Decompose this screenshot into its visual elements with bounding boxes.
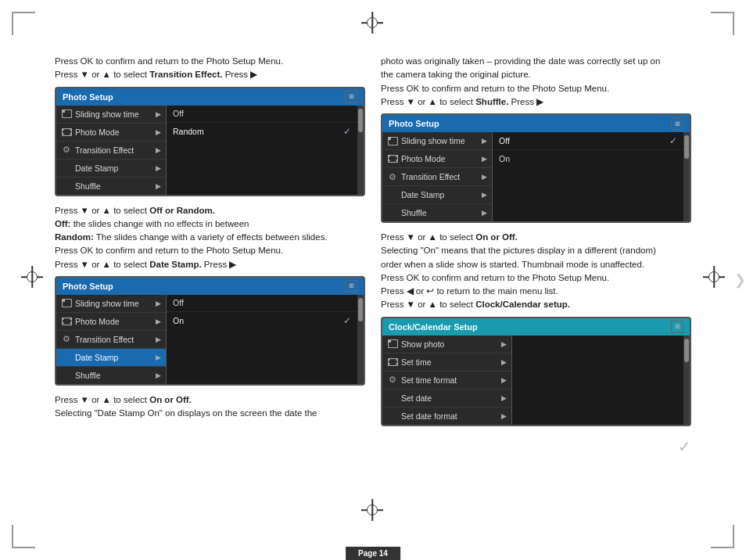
right-menu2-body: Show photo ▶ Set time ▶ ⚙: [382, 336, 690, 425]
dateformat-icon-r2: [387, 411, 398, 422]
menu2-corner-icon: ⊞: [345, 280, 357, 293]
corner-mark-tr: [711, 12, 734, 35]
svg-rect-15: [389, 138, 391, 140]
svg-rect-19: [396, 156, 397, 157]
right-block1: photo was originally taken – providing t…: [381, 55, 691, 109]
gear-icon-r1: ⚙: [387, 171, 398, 182]
rright1-item-on[interactable]: On: [493, 150, 683, 167]
menu-item-sliding1-label: Sliding show time: [75, 109, 152, 119]
left-menu1: Photo Setup ⊞ Sliding show time ▶: [55, 87, 365, 196]
gear-icon1: ⚙: [61, 145, 72, 156]
right-item-off1-label: Off: [173, 109, 184, 118]
photo-icon1: [61, 109, 72, 120]
svg-rect-13: [70, 322, 71, 324]
menu2-item-date-label: Date Stamp: [75, 353, 152, 362]
svg-rect-17: [388, 156, 389, 157]
rmenu1-item-shuffle[interactable]: Shuffle ▶: [382, 204, 492, 221]
crosshair-left: [21, 266, 43, 288]
menu2-item-transition[interactable]: ⚙ Transition Effect ▶: [56, 331, 166, 349]
right-menu1-header: Photo Setup ⊞: [382, 115, 690, 132]
left-menu1-title: Photo Setup: [63, 92, 113, 102]
left-menu2-title: Photo Setup: [63, 282, 113, 291]
menu2-item-date[interactable]: Date Stamp ▶: [56, 349, 166, 367]
svg-rect-8: [63, 300, 65, 302]
menu2-item-shuffle[interactable]: Shuffle ▶: [56, 367, 166, 384]
rmenu2-item-timeformat[interactable]: ⚙ Set time format ▶: [382, 372, 511, 389]
left-menu1-header: Photo Setup ⊞: [56, 88, 364, 106]
rmenu1-item-date[interactable]: Date Stamp ▶: [382, 186, 492, 204]
menu-item-shuffle1[interactable]: Shuffle ▶: [56, 178, 166, 195]
right-item-off1[interactable]: Off: [167, 106, 357, 123]
rright1-item-on-label: On: [499, 154, 510, 163]
crosshair-top: [361, 12, 383, 34]
shuffle-icon-r1: [387, 207, 398, 218]
film-icon2: [61, 316, 72, 327]
date-icon1: [61, 163, 72, 174]
corner-mark-tl: [12, 12, 35, 35]
right-menu1-scrollbar[interactable]: [683, 132, 690, 221]
left-menu2: Photo Setup ⊞ Sliding show time ▶: [55, 276, 365, 386]
left-menu2-scrollbar[interactable]: [357, 295, 364, 384]
gear-icon-r2: ⚙: [387, 375, 398, 386]
rright1-item-off-label: Off: [499, 136, 510, 145]
menu-item-sliding1[interactable]: Sliding show time ▶: [56, 106, 166, 124]
left-menu2-body: Sliding show time ▶ Photo Mode ▶: [56, 295, 364, 384]
rright1-item-off[interactable]: Off ✓: [493, 132, 683, 150]
rmenu1-item-shuffle-arrow: ▶: [482, 209, 487, 217]
right-item-random1-check: ✓: [343, 126, 351, 137]
right2-item-off-label: Off: [173, 298, 184, 307]
right-menu1-body: Sliding show time ▶ Photo Mode ▶: [382, 132, 690, 221]
rmenu1-item-photo[interactable]: Photo Mode ▶: [382, 150, 492, 168]
right-item-random1[interactable]: Random ✓: [167, 123, 357, 140]
rmenu2-item-settime-label: Set time: [401, 357, 498, 367]
left-block1: Press OK to confirm and return to the Ph…: [55, 55, 365, 82]
right2-item-on[interactable]: On ✓: [167, 312, 357, 329]
rright1-item-off-check: ✓: [669, 135, 677, 146]
right-menu1-right: Off ✓ On: [492, 132, 683, 221]
right-side-arrow: ❯: [734, 271, 746, 289]
right-item-random1-label: Random: [173, 127, 204, 136]
rmenu1-item-sliding[interactable]: Sliding show time ▶: [382, 132, 492, 150]
film-icon-r1: [387, 153, 398, 164]
right-column: photo was originally taken – providing t…: [381, 55, 691, 517]
rmenu2-item-settime-arrow: ▶: [501, 358, 507, 366]
menu2-item-date-arrow: ▶: [156, 354, 161, 361]
rmenu1-item-transition[interactable]: ⚙ Transition Effect ▶: [382, 168, 492, 186]
svg-rect-27: [396, 363, 397, 364]
right-menu2-scrollbar[interactable]: [683, 336, 690, 425]
left-menu1-scrollbar[interactable]: [357, 106, 364, 195]
menu-item-transition1[interactable]: ⚙ Transition Effect ▶: [56, 142, 166, 160]
menu-item-transition1-arrow: ▶: [156, 146, 161, 154]
rmenu2-item-settime[interactable]: Set time ▶: [382, 354, 511, 372]
left-menu2-header: Photo Setup ⊞: [56, 278, 364, 295]
menu-item-photo1-arrow: ▶: [156, 128, 161, 136]
menu-item-photo1[interactable]: Photo Mode ▶: [56, 124, 166, 142]
menu2-item-sliding[interactable]: Sliding show time ▶: [56, 295, 166, 313]
menu-item-shuffle1-label: Shuffle: [75, 181, 152, 191]
right-block2: Press ▼ or ▲ to select On or Off. Select…: [381, 231, 691, 312]
left-menu1-right: Off Random ✓: [166, 106, 357, 195]
svg-rect-3: [62, 129, 63, 131]
film-icon-r2: [387, 357, 398, 368]
gear-icon2: ⚙: [61, 334, 72, 345]
right2-item-on-check: ✓: [343, 315, 351, 326]
svg-rect-1: [63, 110, 65, 113]
menu-item-date1[interactable]: Date Stamp ▶: [56, 160, 166, 178]
right-menu1-scrollbar-thumb: [684, 135, 689, 159]
rmenu2-item-setdate[interactable]: Set date ▶: [382, 389, 511, 407]
svg-rect-12: [70, 318, 71, 320]
right-menu2: Clock/Calendar Setup ⊞ Show photo ▶: [381, 317, 691, 426]
page-footer: Page 14: [346, 547, 400, 560]
svg-rect-26: [396, 359, 397, 361]
photo-icon-r1: [387, 135, 398, 146]
rmenu2-item-dateformat[interactable]: Set date format ▶: [382, 407, 511, 425]
left-column: Press OK to confirm and return to the Ph…: [55, 55, 365, 517]
rmenu1-item-date-arrow: ▶: [482, 191, 487, 199]
menu2-item-photo[interactable]: Photo Mode ▶: [56, 313, 166, 331]
right-menu2-title: Clock/Calendar Setup: [389, 322, 478, 332]
corner-mark-bl: [12, 525, 35, 548]
rmenu2-item-timeformat-label: Set time format: [401, 375, 498, 385]
left-menu2-left: Sliding show time ▶ Photo Mode ▶: [56, 295, 166, 384]
right2-item-off[interactable]: Off: [167, 295, 357, 312]
rmenu2-item-showphoto[interactable]: Show photo ▶: [382, 336, 511, 354]
